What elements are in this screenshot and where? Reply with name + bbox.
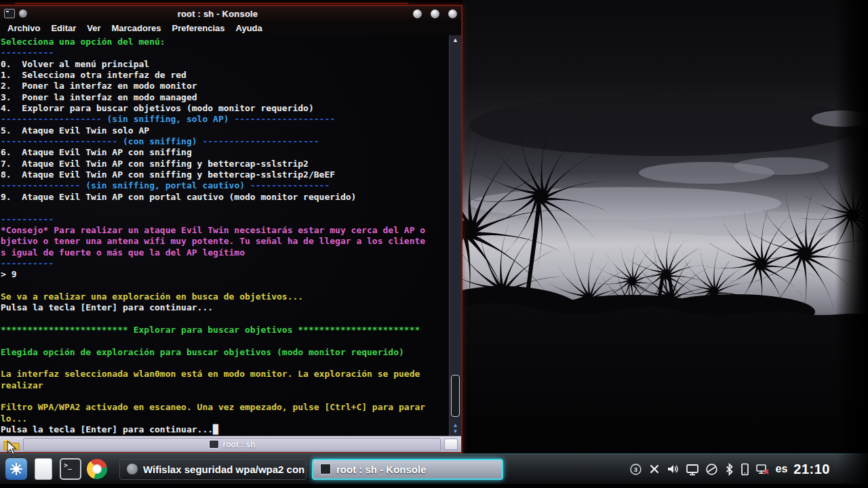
session-tab[interactable]: root : sh: [23, 438, 441, 451]
network-globe-icon[interactable]: [705, 463, 718, 476]
terminal-line: --------------- (sin sniffing, portal ca…: [1, 180, 449, 191]
terminal-output[interactable]: Selecciona una opción del menú:---------…: [0, 35, 449, 436]
konsole-tab-bar: root : sh: [0, 436, 461, 452]
badge-3-icon[interactable]: 3: [629, 463, 642, 476]
scrollbar-thumb[interactable]: [451, 375, 460, 417]
terminal-line: 0. Volver al menú principal: [1, 59, 449, 70]
terminal-line: ------------------- (sin sniffing, solo …: [1, 114, 449, 125]
clock[interactable]: 21:10: [793, 462, 830, 477]
terminal-line: 3. Poner la interfaz en modo managed: [1, 92, 449, 103]
terminal-line: s igual de fuerte o más que la del AP le…: [1, 247, 449, 258]
menu-marcadores[interactable]: Marcadores: [106, 23, 167, 33]
taskbar-button-label: Wifislax seguridad wpa/wpa2 con: [143, 464, 304, 475]
terminal-line: 1. Selecciona otra interfaz de red: [1, 70, 449, 81]
terminal-line: ----------: [1, 47, 449, 58]
title-bar[interactable]: root : sh - Konsole: [0, 6, 461, 21]
menu-ayuda[interactable]: Ayuda: [231, 23, 268, 33]
bluetooth-icon[interactable]: [724, 463, 734, 476]
window-menu-button[interactable]: [19, 9, 27, 18]
terminal-line: La interfaz seleccionada wlan0mon está e…: [1, 369, 449, 380]
terminal-line: 9. Ataque Evil Twin AP con portal cautiv…: [1, 192, 449, 203]
gear-icon: [9, 462, 23, 476]
terminal-line: [1, 281, 449, 291]
volume-icon[interactable]: [667, 463, 679, 475]
files-launcher[interactable]: [35, 458, 52, 480]
terminal-line: 5. Ataque Evil Twin solo AP: [1, 125, 449, 136]
wallpaper: [462, 0, 868, 453]
browser-launcher[interactable]: [87, 459, 107, 479]
terminal-line: Filtro WPA/WPA2 activado en escaneo. Una…: [1, 402, 449, 413]
globe-gray-icon: [127, 464, 138, 474]
display-icon[interactable]: [686, 463, 699, 476]
terminal-line: ----------: [1, 214, 449, 225]
scroll-up-icon[interactable]: ▲: [450, 37, 461, 43]
mouse-cursor: [7, 441, 18, 455]
taskbar-button[interactable]: Wifislax seguridad wpa/wpa2 con: [119, 459, 307, 480]
terminal-icon: [320, 464, 331, 474]
terminal-scrollbar[interactable]: ▲ ▲▼: [449, 35, 461, 436]
terminal-line: Selecciona una opción del menú:: [1, 37, 449, 47]
minimize-button[interactable]: [413, 9, 422, 18]
terminal-line: ************************ Explorar para b…: [1, 325, 449, 336]
tab-label: root : sh: [223, 440, 256, 449]
window-terminal-icon: [4, 9, 15, 18]
terminal-line: realizar: [1, 380, 449, 391]
terminal-line: [1, 314, 449, 325]
terminal-line: [1, 358, 449, 369]
terminal-line: 2. Poner la interfaz en modo monitor: [1, 81, 449, 92]
terminal-line: 8. Ataque Evil Twin AP con sniffing y be…: [1, 169, 449, 180]
taskbar-button[interactable]: root : sh - Konsole: [312, 459, 503, 480]
svg-text:3: 3: [633, 466, 637, 473]
menu-editar[interactable]: Editar: [45, 23, 81, 33]
photo-artifact-red-line: [15, 3, 408, 4]
phone-icon[interactable]: [741, 463, 749, 476]
menu-preferencias[interactable]: Preferencias: [166, 23, 230, 33]
app-menu-launcher[interactable]: [5, 458, 27, 480]
system-tray: 3: [629, 462, 863, 477]
terminal-line: 7. Ataque Evil Twin AP con sniffing y be…: [1, 159, 449, 169]
taskbar: Wifislax seguridad wpa/wpa2 conroot : sh…: [0, 453, 868, 484]
terminal-launcher[interactable]: [60, 458, 81, 480]
tab-terminal-icon: [209, 440, 219, 449]
close-button[interactable]: [448, 9, 457, 18]
tab-list-button[interactable]: [444, 439, 458, 450]
keyboard-layout[interactable]: es: [776, 463, 788, 475]
terminal-line: ----------: [1, 258, 449, 269]
terminal-line: lo...: [1, 413, 449, 424]
terminal-line: [1, 391, 449, 402]
maximize-button[interactable]: [431, 9, 439, 18]
terminal-line: > 9: [1, 269, 449, 280]
terminal-line: [1, 203, 449, 214]
terminal-line: Pulsa la tecla [Enter] para continuar...: [1, 302, 449, 313]
network-offline-icon[interactable]: [755, 463, 770, 476]
scroll-buttons[interactable]: ▲▼: [450, 422, 461, 434]
terminal-line: 4. Explorar para buscar objetivos (modo …: [1, 103, 449, 114]
terminal-line: Pulsa la tecla [Enter] para continuar...…: [1, 424, 449, 435]
menu-bar: ArchivoEditarVerMarcadoresPreferenciasAy…: [0, 21, 461, 35]
konsole-window: root : sh - Konsole ArchivoEditarVerMarc…: [0, 5, 462, 453]
terminal-line: Se va a realizar una exploración en busc…: [1, 291, 449, 302]
terminal-line: ---------------------- (con sniffing) --…: [1, 136, 449, 147]
window-title: root : sh - Konsole: [31, 9, 404, 19]
terminal-line: bjetivo o tener una antena wifi muy pote…: [1, 236, 449, 247]
terminal-line: [1, 336, 449, 346]
close-x-icon[interactable]: [648, 463, 660, 475]
terminal-line: *Consejo* Para realizar un ataque Evil T…: [1, 225, 449, 236]
menu-archivo[interactable]: Archivo: [2, 23, 45, 33]
desktop: root : sh - Konsole ArchivoEditarVerMarc…: [0, 0, 868, 488]
menu-ver[interactable]: Ver: [81, 23, 106, 33]
taskbar-button-label: root : sh - Konsole: [336, 464, 427, 475]
terminal-line: 6. Ataque Evil Twin AP con sniffing: [1, 147, 449, 158]
terminal-line: Elegida opción de exploración para busca…: [1, 347, 449, 358]
